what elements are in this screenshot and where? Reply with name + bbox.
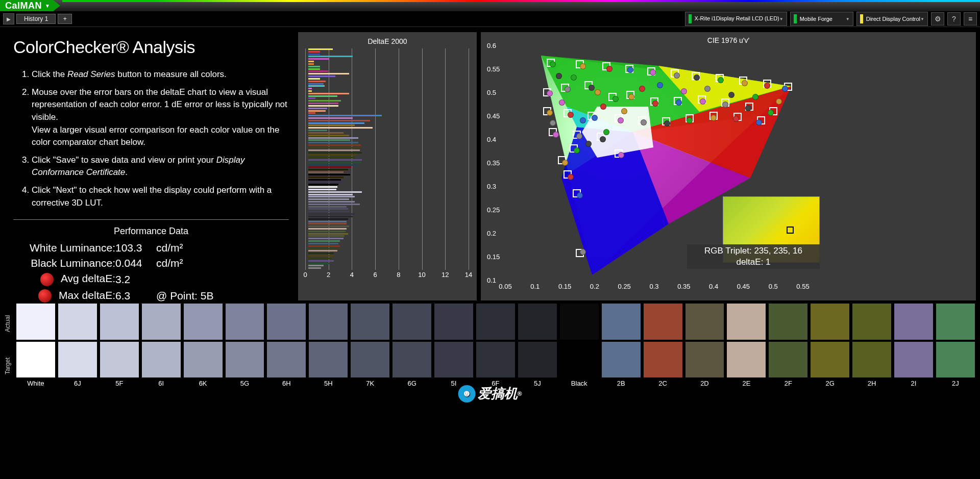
deltae-bar[interactable] xyxy=(308,58,329,60)
swatch-actual[interactable] xyxy=(57,302,98,341)
deltae-bar[interactable] xyxy=(308,152,362,154)
cie-measured-point[interactable] xyxy=(600,136,606,142)
deltae-bar[interactable] xyxy=(308,154,357,156)
swatch-actual[interactable] xyxy=(893,302,934,341)
deltae-bar[interactable] xyxy=(308,235,345,237)
swatch-actual[interactable] xyxy=(183,302,224,341)
deltae-bar[interactable] xyxy=(308,144,361,146)
deltae-bar[interactable] xyxy=(308,51,320,53)
deltae-bar[interactable] xyxy=(308,93,349,94)
swatch-actual[interactable] xyxy=(726,302,767,341)
swatch-actual[interactable] xyxy=(559,302,600,341)
deltae-bar[interactable] xyxy=(308,81,326,82)
nav-back-button[interactable]: ▶ xyxy=(3,13,14,24)
deltae-bar[interactable] xyxy=(308,208,348,210)
cie-measured-point[interactable] xyxy=(585,141,592,147)
deltae-bar[interactable] xyxy=(308,221,347,222)
deltae-bar[interactable] xyxy=(308,63,314,65)
swatch-target[interactable] xyxy=(99,341,140,379)
deltae-bar[interactable] xyxy=(308,88,312,89)
deltae-bar[interactable] xyxy=(308,85,325,87)
swatch-actual[interactable] xyxy=(768,302,808,341)
deltae-bar[interactable] xyxy=(308,142,358,143)
swatch-target[interactable] xyxy=(15,341,56,379)
cie-measured-point[interactable] xyxy=(568,174,574,180)
deltae-bar[interactable] xyxy=(308,181,344,183)
deltae-bar[interactable] xyxy=(308,248,341,249)
cie-measured-point[interactable] xyxy=(574,147,580,154)
status-source[interactable]: Mobile Forge▼ xyxy=(790,12,853,26)
cie-measured-point[interactable] xyxy=(710,115,717,121)
settings-button[interactable]: ⚙ xyxy=(931,12,944,26)
swatch-target[interactable] xyxy=(141,341,182,379)
cie-measured-point[interactable] xyxy=(700,98,706,105)
swatch-target[interactable] xyxy=(433,341,474,379)
deltae-bar[interactable] xyxy=(308,130,327,131)
deltae-bar[interactable] xyxy=(308,211,349,212)
cie-measured-point[interactable] xyxy=(621,108,627,114)
deltae-bar[interactable] xyxy=(308,206,347,208)
cie-measured-point[interactable] xyxy=(745,105,751,111)
swatch-actual[interactable] xyxy=(684,302,725,341)
deltae-bar[interactable] xyxy=(308,231,346,232)
deltae-bar[interactable] xyxy=(308,263,329,264)
deltae-bar[interactable] xyxy=(308,177,344,178)
deltae-bar[interactable] xyxy=(308,122,364,124)
swatch-target[interactable] xyxy=(308,341,349,379)
cie-measured-point[interactable] xyxy=(694,74,700,81)
deltae-bar[interactable] xyxy=(308,56,353,57)
swatch-actual[interactable] xyxy=(851,302,892,341)
cie-measured-point[interactable] xyxy=(547,90,553,96)
deltae-bar[interactable] xyxy=(308,105,338,107)
swatch-actual[interactable] xyxy=(433,302,474,341)
cie-measured-point[interactable] xyxy=(650,69,656,75)
deltae-bar[interactable] xyxy=(308,48,333,50)
deltae-bar[interactable] xyxy=(308,164,358,166)
swatch-target[interactable] xyxy=(225,341,265,379)
cie-measured-point[interactable] xyxy=(576,133,582,139)
cie-measured-point[interactable] xyxy=(547,110,553,116)
deltae-bar[interactable] xyxy=(308,240,340,242)
swatch-actual[interactable] xyxy=(601,302,642,341)
deltae-bar[interactable] xyxy=(308,198,349,200)
deltae-bar[interactable] xyxy=(308,267,321,269)
tab-history[interactable]: History 1 xyxy=(16,14,56,24)
deltae-bar[interactable] xyxy=(308,137,358,139)
deltae-bar[interactable] xyxy=(308,253,334,254)
cie-measured-point[interactable] xyxy=(580,117,586,123)
deltae-bar[interactable] xyxy=(308,149,360,151)
cie-measured-point[interactable] xyxy=(764,83,770,89)
cie-measured-point[interactable] xyxy=(595,89,601,95)
cie-measured-point[interactable] xyxy=(618,152,624,158)
cie-measured-point[interactable] xyxy=(627,67,633,73)
cie-measured-point[interactable] xyxy=(589,85,595,91)
swatch-target[interactable] xyxy=(851,341,892,379)
deltae-bar[interactable] xyxy=(308,201,355,203)
cie-measured-point[interactable] xyxy=(580,249,586,255)
cie-measured-point[interactable] xyxy=(782,86,788,92)
deltae-bar[interactable] xyxy=(308,112,315,114)
swatch-target[interactable] xyxy=(475,341,516,379)
deltae-bar[interactable] xyxy=(308,157,355,158)
cie-measured-point[interactable] xyxy=(676,99,682,106)
app-logo-menu[interactable]: CalMAN▼ xyxy=(0,0,53,11)
deltae-bar[interactable] xyxy=(308,117,353,119)
deltae-bar[interactable] xyxy=(308,166,352,168)
cie-measured-point[interactable] xyxy=(687,117,693,123)
swatch-actual[interactable] xyxy=(643,302,683,341)
deltae-bar[interactable] xyxy=(308,73,349,74)
swatch-target[interactable] xyxy=(768,341,808,379)
cie-plot[interactable]: RGB Triplet: 235, 235, 16deltaE: 1 0.10.… xyxy=(505,45,821,280)
swatch-target[interactable] xyxy=(810,341,850,379)
swatch-actual[interactable] xyxy=(15,302,56,341)
deltae-bar[interactable] xyxy=(308,124,355,126)
swatch-actual[interactable] xyxy=(935,302,976,341)
cie-measured-point[interactable] xyxy=(580,63,586,69)
cie-measured-point[interactable] xyxy=(559,99,565,106)
deltae-bar[interactable] xyxy=(308,108,327,109)
swatch-target[interactable] xyxy=(684,341,725,379)
deltae-bar[interactable] xyxy=(308,95,337,97)
cie-measured-point[interactable] xyxy=(733,116,739,122)
deltae-bar[interactable] xyxy=(308,186,337,188)
deltae-bar[interactable] xyxy=(308,115,382,116)
